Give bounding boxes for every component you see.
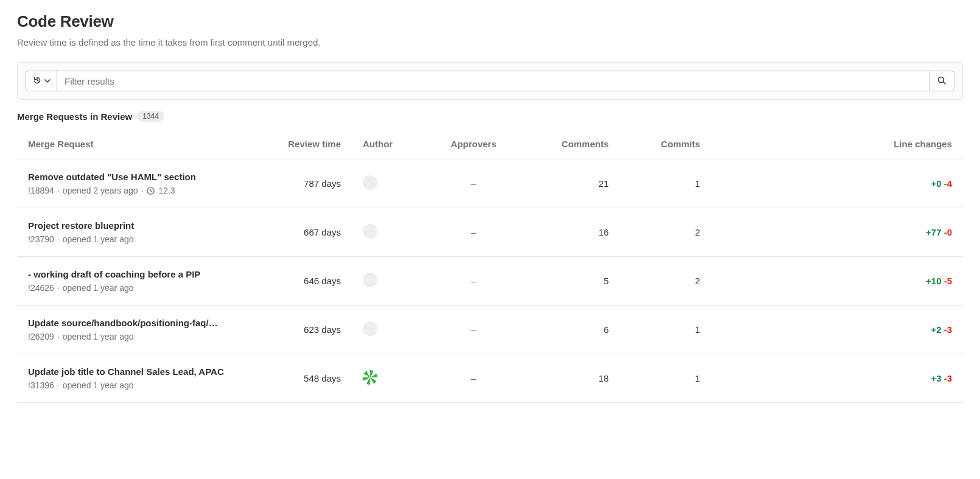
mr-opened: opened 1 year ago — [63, 283, 134, 293]
comments-count: 21 — [522, 159, 620, 208]
col-header-comments: Comments — [522, 129, 620, 159]
mr-meta: !31396·opened 1 year ago — [28, 380, 256, 390]
review-time: 623 days — [267, 306, 352, 354]
comments-count: 5 — [522, 257, 620, 306]
author-avatar[interactable] — [363, 224, 377, 239]
col-header-review-time: Review time — [267, 129, 352, 159]
approvers: – — [471, 178, 476, 189]
svg-line-1 — [943, 82, 946, 84]
approvers: – — [471, 324, 476, 335]
author-avatar[interactable] — [363, 273, 377, 287]
lines-added: +77 — [926, 227, 941, 237]
filter-bar — [17, 62, 963, 100]
count-badge: 1344 — [137, 111, 164, 122]
history-icon — [32, 75, 42, 87]
separator: · — [141, 186, 143, 195]
mr-meta: !24626·opened 1 year ago — [28, 283, 256, 293]
table-row: Remove outdated "Use HAML" section!18894… — [17, 159, 963, 208]
commits-count: 2 — [620, 257, 711, 306]
separator: · — [57, 283, 60, 293]
separator: · — [57, 234, 60, 244]
mr-title-link[interactable]: Project restore blueprint — [28, 220, 253, 231]
approvers: – — [471, 373, 476, 383]
line-changes: +2 -3 — [711, 306, 963, 354]
lines-added: +0 — [931, 178, 941, 189]
lines-deleted: -3 — [944, 324, 952, 335]
review-time: 667 days — [267, 208, 352, 257]
author-avatar[interactable] — [363, 370, 377, 385]
line-changes: +10 -5 — [711, 257, 963, 306]
mr-opened: opened 1 year ago — [63, 332, 134, 341]
lines-added: +3 — [931, 373, 941, 383]
mr-opened: opened 1 year ago — [63, 234, 134, 244]
commits-count: 1 — [620, 354, 711, 403]
line-changes: +77 -0 — [711, 208, 963, 257]
lines-deleted: -3 — [944, 373, 952, 383]
mr-opened: opened 2 years ago — [63, 186, 138, 195]
search-icon — [937, 75, 947, 87]
page-title: Code Review — [17, 12, 963, 31]
page-subtitle: Review time is defined as the time it ta… — [17, 37, 963, 47]
line-changes: +0 -4 — [711, 159, 963, 208]
chevron-down-icon — [44, 77, 51, 86]
author-cell — [352, 159, 425, 208]
merge-requests-table: Merge Request Review time Author Approve… — [17, 129, 963, 403]
separator: · — [57, 380, 60, 390]
mr-id: !23790 — [28, 234, 54, 244]
col-header-approvers: Approvers — [425, 129, 522, 159]
separator: · — [57, 186, 60, 195]
review-time: 646 days — [267, 257, 352, 306]
mr-meta: !18894·opened 2 years ago·12.3 — [28, 186, 256, 195]
comments-count: 6 — [522, 306, 620, 354]
mr-title-link[interactable]: Update source/handbook/positioning-faq/… — [28, 318, 253, 328]
recent-searches-button[interactable] — [26, 71, 57, 91]
col-header-author: Author — [352, 129, 425, 159]
comments-count: 18 — [522, 354, 620, 403]
mr-title-link[interactable]: Remove outdated "Use HAML" section — [28, 172, 253, 182]
lines-added: +2 — [931, 324, 941, 335]
col-header-commits: Commits — [620, 129, 711, 159]
mr-id: !18894 — [28, 186, 54, 195]
mr-id: !26209 — [28, 332, 54, 341]
approvers: – — [471, 227, 476, 237]
mr-meta: !23790·opened 1 year ago — [28, 234, 256, 244]
filter-input[interactable] — [57, 71, 929, 91]
mr-title-link[interactable]: - working draft of coaching before a PIP — [28, 269, 253, 279]
author-cell — [352, 306, 425, 354]
author-cell — [352, 354, 425, 403]
mr-id: !24626 — [28, 283, 54, 293]
author-cell — [352, 208, 425, 257]
table-row: Project restore blueprint!23790·opened 1… — [17, 208, 963, 257]
table-row: - working draft of coaching before a PIP… — [17, 257, 963, 306]
section-header: Merge Requests in Review 1344 — [17, 111, 963, 122]
section-title: Merge Requests in Review — [17, 111, 132, 122]
line-changes: +3 -3 — [711, 354, 963, 403]
comments-count: 16 — [522, 208, 620, 257]
col-header-merge-request: Merge Request — [17, 129, 267, 159]
mr-opened: opened 1 year ago — [63, 380, 134, 390]
mr-title-link[interactable]: Update job title to Channel Sales Lead, … — [28, 366, 253, 377]
lines-deleted: -0 — [944, 227, 952, 237]
review-time: 548 days — [267, 354, 352, 403]
lines-added: +10 — [926, 276, 941, 286]
lines-deleted: -4 — [944, 178, 952, 189]
col-header-line-changes: Line changes — [711, 129, 963, 159]
commits-count: 2 — [620, 208, 711, 257]
table-row: Update source/handbook/positioning-faq/…… — [17, 306, 963, 354]
review-time: 787 days — [267, 159, 352, 208]
lines-deleted: -5 — [944, 276, 952, 286]
commits-count: 1 — [620, 159, 711, 208]
clock-icon — [146, 186, 155, 195]
approvers: – — [471, 276, 476, 286]
mr-id: !31396 — [28, 380, 54, 390]
author-avatar[interactable] — [363, 175, 377, 190]
commits-count: 1 — [620, 306, 711, 354]
search-button[interactable] — [929, 71, 954, 91]
author-cell — [352, 257, 425, 306]
mr-meta: !26209·opened 1 year ago — [28, 332, 256, 341]
mr-milestone[interactable]: 12.3 — [158, 186, 175, 195]
table-row: Update job title to Channel Sales Lead, … — [17, 354, 963, 403]
separator: · — [57, 332, 60, 341]
author-avatar[interactable] — [363, 321, 377, 336]
